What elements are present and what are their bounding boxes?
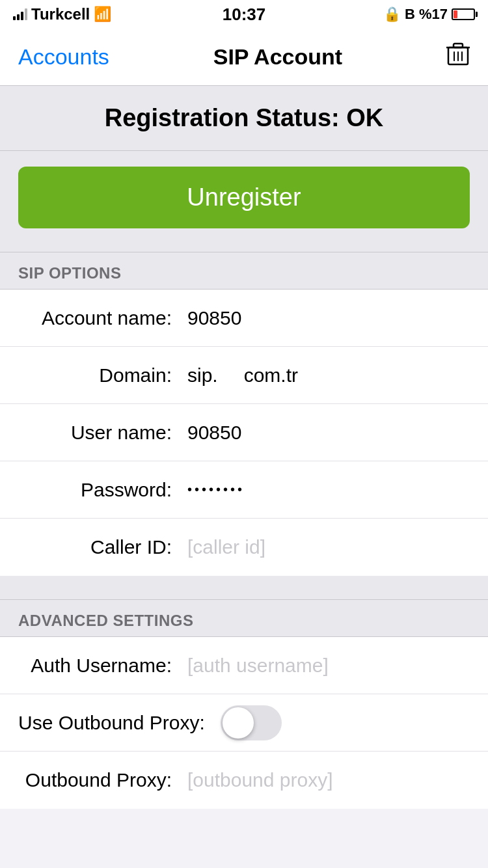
nav-bar: Accounts SIP Account xyxy=(0,29,488,86)
outbound-proxy-value[interactable]: [outbound proxy] xyxy=(187,769,470,791)
caller-id-value[interactable]: [caller id] xyxy=(187,536,470,558)
toggle-track[interactable] xyxy=(221,705,282,740)
advanced-settings-section-header: ADVANCED SETTINGS xyxy=(0,599,488,637)
battery-icon xyxy=(452,8,475,20)
outbound-proxy-toggle[interactable] xyxy=(221,705,282,740)
toggle-knob xyxy=(223,707,254,739)
status-bar: Turkcell 📶 10:37 🔒 B %17 xyxy=(0,0,488,29)
outbound-proxy-row: Outbound Proxy: [outbound proxy] xyxy=(0,752,488,809)
username-row: User name: 90850 xyxy=(0,404,488,461)
caller-id-row: Caller ID: [caller id] xyxy=(0,519,488,576)
auth-username-label: Auth Username: xyxy=(18,655,187,677)
auth-username-value[interactable]: [auth username] xyxy=(187,655,470,677)
svg-rect-2 xyxy=(454,44,463,47)
unregister-section: Unregister xyxy=(0,151,488,252)
page-title: SIP Account xyxy=(213,44,342,70)
password-row: Password: •••••••• xyxy=(0,461,488,519)
sip-options-section-header: SIP OPTIONS xyxy=(0,252,488,290)
section-spacer xyxy=(0,576,488,599)
status-right: 🔒 B %17 xyxy=(383,6,475,23)
outbound-proxy-toggle-label: Use Outbound Proxy: xyxy=(18,712,221,734)
password-label: Password: xyxy=(18,479,187,501)
carrier-label: Turkcell xyxy=(31,5,90,23)
outbound-proxy-toggle-row: Use Outbound Proxy: xyxy=(0,694,488,752)
auth-username-row: Auth Username: [auth username] xyxy=(0,637,488,694)
domain-label: Domain: xyxy=(18,364,187,387)
status-left: Turkcell 📶 xyxy=(13,5,111,23)
domain-value[interactable]: sip. com.tr xyxy=(187,364,298,387)
location-icon: 🔒 xyxy=(383,6,401,23)
battery-percent: %17 xyxy=(419,6,448,23)
delete-button[interactable] xyxy=(446,41,470,73)
back-button[interactable]: Accounts xyxy=(18,44,109,70)
wifi-icon: 📶 xyxy=(94,6,111,23)
account-name-label: Account name: xyxy=(18,307,187,329)
registration-status-text: Registration Status: OK xyxy=(105,104,384,131)
outbound-proxy-label: Outbound Proxy: xyxy=(18,769,187,791)
account-name-value[interactable]: 90850 xyxy=(187,307,470,329)
caller-id-label: Caller ID: xyxy=(18,536,187,558)
registration-status-bar: Registration Status: OK xyxy=(0,86,488,151)
unregister-button[interactable]: Unregister xyxy=(18,167,470,228)
username-label: User name: xyxy=(18,422,187,444)
sip-options-form: Account name: 90850 Domain: sip. com.tr … xyxy=(0,290,488,576)
bluetooth-icon: B xyxy=(405,6,415,23)
username-value[interactable]: 90850 xyxy=(187,422,470,444)
signal-icon xyxy=(13,8,27,20)
account-name-row: Account name: 90850 xyxy=(0,290,488,347)
domain-row: Domain: sip. com.tr xyxy=(0,347,488,404)
status-time: 10:37 xyxy=(223,5,266,25)
advanced-settings-form: Auth Username: [auth username] Use Outbo… xyxy=(0,637,488,809)
password-value[interactable]: •••••••• xyxy=(187,482,470,497)
